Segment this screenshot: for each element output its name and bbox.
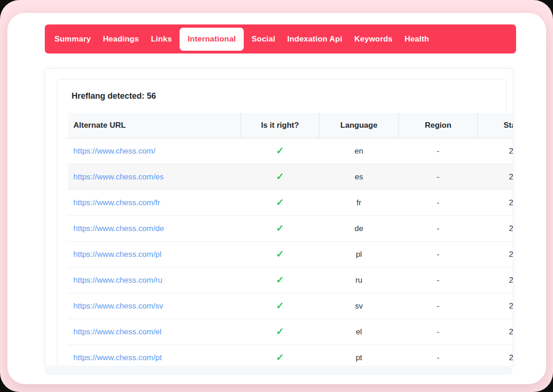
language-cell: pt <box>319 345 399 367</box>
column-header-check: Is it right? <box>241 113 319 138</box>
alternate-url-link[interactable]: https://www.chess.com/ <box>73 147 156 155</box>
alternate-url-cell: https://www.chess.com/es <box>68 164 241 190</box>
check-icon: ✓ <box>276 197 284 208</box>
region-cell: - <box>399 345 478 367</box>
hreflang-card: Hreflang detected: 56 Alternate URLIs it… <box>57 79 507 366</box>
is-it-right-cell: ✓ <box>241 293 319 319</box>
check-icon: ✓ <box>276 171 284 182</box>
is-it-right-cell: ✓ <box>241 242 319 267</box>
table-row: https://www.chess.com/ru✓ru-200 <box>68 267 513 293</box>
status-cell: 200 <box>478 267 514 293</box>
alternate-url-link[interactable]: https://www.chess.com/sv <box>73 302 163 310</box>
app-window: SummaryHeadingsLinksInternationalSocialI… <box>7 13 546 384</box>
table-row: https://www.chess.com/pl✓pl-200 <box>68 242 513 267</box>
report-tabs-navbar: SummaryHeadingsLinksInternationalSocialI… <box>45 24 516 53</box>
is-it-right-cell: ✓ <box>241 216 319 242</box>
status-cell: 200 <box>478 345 514 367</box>
alternate-url-link[interactable]: https://www.chess.com/pl <box>73 250 162 259</box>
international-tab-panel: Hreflang detected: 56 Alternate URLIs it… <box>45 68 513 366</box>
table-row: https://www.chess.com/pt✓pt-200 <box>68 345 513 367</box>
language-cell: ru <box>319 267 399 293</box>
tab-social[interactable]: Social <box>246 28 281 51</box>
table-body: https://www.chess.com/✓en-200https://www… <box>68 138 513 367</box>
is-it-right-cell: ✓ <box>241 319 319 345</box>
table-row: https://www.chess.com/✓en-200 <box>68 138 513 164</box>
table-row: https://www.chess.com/sv✓sv-200 <box>68 293 513 319</box>
region-cell: - <box>399 216 478 242</box>
check-icon: ✓ <box>276 249 284 259</box>
check-icon: ✓ <box>276 274 284 285</box>
language-cell: es <box>319 164 399 190</box>
check-icon: ✓ <box>276 300 284 311</box>
alternate-url-cell: https://www.chess.com/sv <box>68 293 241 319</box>
check-icon: ✓ <box>276 326 284 337</box>
check-icon: ✓ <box>276 223 284 233</box>
alternate-url-cell: https://www.chess.com/el <box>68 319 241 345</box>
alternate-url-link[interactable]: https://www.chess.com/de <box>73 224 164 233</box>
language-cell: de <box>319 216 399 242</box>
table-row: https://www.chess.com/es✓es-200 <box>68 164 513 190</box>
alternate-url-link[interactable]: https://www.chess.com/ru <box>73 276 162 285</box>
region-cell: - <box>399 293 478 319</box>
is-it-right-cell: ✓ <box>241 164 319 190</box>
column-header-region: Region <box>399 113 478 138</box>
table-row: https://www.chess.com/de✓de-200 <box>68 216 513 242</box>
region-cell: - <box>399 190 478 216</box>
status-cell: 200 <box>478 216 514 242</box>
alternate-url-cell: https://www.chess.com/fr <box>68 190 241 216</box>
language-cell: el <box>319 319 399 345</box>
status-cell: 200 <box>478 319 514 345</box>
alternate-url-link[interactable]: https://www.chess.com/es <box>73 172 164 181</box>
region-cell: - <box>399 319 478 345</box>
region-cell: - <box>399 138 478 164</box>
navbar-tabs: SummaryHeadingsLinksInternationalSocialI… <box>48 28 435 51</box>
alternate-url-cell: https://www.chess.com/de <box>68 216 241 242</box>
tab-headings[interactable]: Headings <box>97 28 145 51</box>
language-cell: en <box>319 138 399 164</box>
alternate-url-cell: https://www.chess.com/pt <box>68 345 241 367</box>
is-it-right-cell: ✓ <box>241 138 319 164</box>
panel-bottom-strip <box>45 366 512 375</box>
status-cell: 200 <box>478 138 514 164</box>
tab-links[interactable]: Links <box>145 28 178 51</box>
tab-keywords[interactable]: Keywords <box>349 28 399 51</box>
region-cell: - <box>399 164 478 190</box>
status-cell: 200 <box>478 190 514 216</box>
hreflang-table: Alternate URLIs it right?LanguageRegionS… <box>68 113 513 366</box>
is-it-right-cell: ✓ <box>241 190 319 216</box>
alternate-url-cell: https://www.chess.com/ <box>68 138 241 164</box>
alternate-url-link[interactable]: https://www.chess.com/el <box>73 327 162 336</box>
language-cell: sv <box>319 293 399 319</box>
column-header-url: Alternate URL <box>68 113 241 138</box>
status-cell: 200 <box>478 293 514 319</box>
language-cell: fr <box>319 190 399 216</box>
hreflang-detected-title: Hreflang detected: 56 <box>72 91 496 101</box>
alternate-url-cell: https://www.chess.com/ru <box>68 267 241 293</box>
page-frame: SummaryHeadingsLinksInternationalSocialI… <box>0 0 553 392</box>
alternate-url-link[interactable]: https://www.chess.com/pt <box>73 353 162 362</box>
tab-indexation-api[interactable]: Indexation Api <box>281 28 348 51</box>
region-cell: - <box>399 267 478 293</box>
tab-summary[interactable]: Summary <box>48 28 97 51</box>
is-it-right-cell: ✓ <box>241 345 319 367</box>
alternate-url-link[interactable]: https://www.chess.com/fr <box>73 198 160 207</box>
alternate-url-cell: https://www.chess.com/pl <box>68 242 241 267</box>
check-icon: ✓ <box>276 352 284 362</box>
tab-international[interactable]: International <box>180 28 244 51</box>
table-row: https://www.chess.com/fr✓fr-200 <box>68 190 513 216</box>
status-cell: 200 <box>478 242 514 267</box>
status-cell: 200 <box>478 164 514 190</box>
column-header-lang: Language <box>319 113 399 138</box>
column-header-status: Status <box>478 113 514 138</box>
language-cell: pl <box>319 242 399 267</box>
region-cell: - <box>399 242 478 267</box>
tab-health[interactable]: Health <box>398 28 435 51</box>
table-header-row: Alternate URLIs it right?LanguageRegionS… <box>68 113 513 138</box>
is-it-right-cell: ✓ <box>241 267 319 293</box>
table-row: https://www.chess.com/el✓el-200 <box>68 319 513 345</box>
check-icon: ✓ <box>276 145 284 156</box>
